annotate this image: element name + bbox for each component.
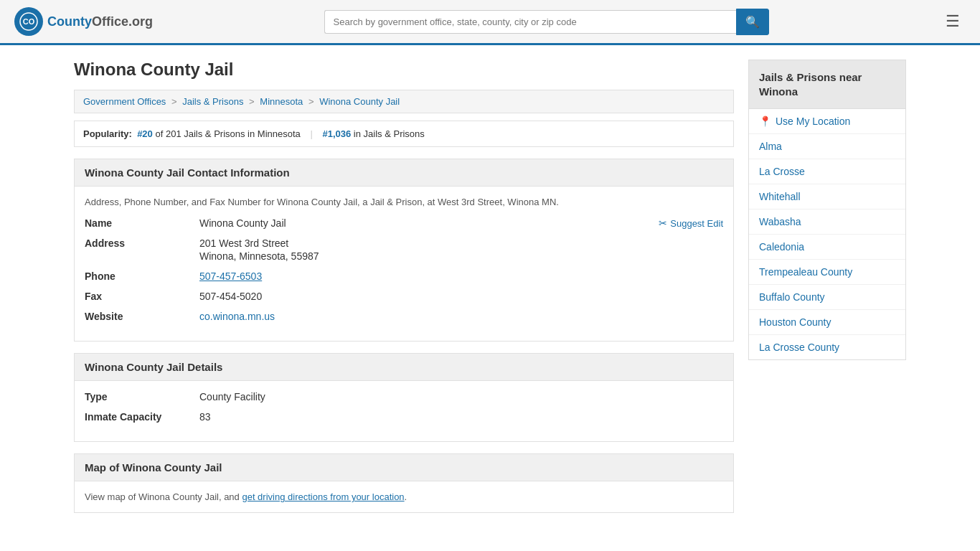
- popularity-national-rank: #1,036: [322, 128, 351, 139]
- name-row: Name Winona County Jail ✂ Suggest Edit: [85, 217, 723, 229]
- logo-text: CountyOffice.org: [47, 14, 153, 29]
- popularity-bar: Popularity: #20 of 201 Jails & Prisons i…: [74, 121, 734, 147]
- page-title: Winona County Jail: [74, 60, 734, 80]
- sidebar-item-lacrosse: La Crosse: [749, 159, 905, 184]
- logo-county: County: [47, 14, 92, 29]
- sidebar-link-houston[interactable]: Houston County: [759, 316, 831, 328]
- fax-label: Fax: [85, 291, 199, 302]
- popularity-separator: |: [310, 128, 312, 139]
- sidebar-location-item: 📍 Use My Location: [749, 109, 905, 134]
- sidebar-link-lacrosse-county[interactable]: La Crosse County: [759, 342, 839, 353]
- phone-row: Phone 507-457-6503: [85, 270, 723, 282]
- sidebar-item-whitehall: Whitehall: [749, 184, 905, 209]
- fax-value: 507-454-5020: [199, 291, 262, 302]
- type-value: County Facility: [199, 391, 265, 402]
- popularity-label: Popularity:: [83, 128, 132, 139]
- map-description: View map of Winona County Jail, and get …: [85, 491, 723, 502]
- breadcrumb-link-gov[interactable]: Government Offices: [83, 96, 166, 107]
- sidebar-link-whitehall[interactable]: Whitehall: [759, 191, 801, 202]
- website-label: Website: [85, 311, 199, 322]
- map-section: View map of Winona County Jail, and get …: [74, 481, 734, 513]
- logo-area: CO CountyOffice.org: [14, 7, 153, 36]
- sidebar-header: Jails & Prisons near Winona: [748, 60, 906, 109]
- logo-icon: CO: [14, 7, 43, 36]
- map-desc-end: .: [405, 491, 407, 502]
- location-icon: 📍: [759, 116, 771, 127]
- use-my-location-link[interactable]: Use My Location: [776, 116, 850, 127]
- popularity-national-text: in Jails & Prisons: [354, 128, 425, 139]
- address-line2: Winona, Minnesota, 55987: [199, 250, 319, 262]
- website-row: Website co.winona.mn.us: [85, 311, 723, 322]
- sidebar-item-alma: Alma: [749, 134, 905, 159]
- contact-description: Address, Phone Number, and Fax Number fo…: [85, 197, 723, 207]
- phone-label: Phone: [85, 270, 199, 282]
- sidebar-link-lacrosse[interactable]: La Crosse: [759, 166, 805, 177]
- suggest-edit-label: Suggest Edit: [670, 218, 723, 229]
- contact-info-section: Address, Phone Number, and Fax Number fo…: [74, 187, 734, 342]
- main-container: Winona County Jail Government Offices > …: [60, 45, 920, 527]
- sidebar-item-buffalo: Buffalo County: [749, 285, 905, 310]
- name-label: Name: [85, 217, 199, 229]
- breadcrumb-sep-3: >: [308, 96, 316, 107]
- sidebar-link-trempealeau[interactable]: Trempealeau County: [759, 266, 852, 278]
- menu-button[interactable]: ☰: [940, 9, 966, 34]
- contact-section-header: Winona County Jail Contact Information: [74, 159, 734, 187]
- type-label: Type: [85, 391, 199, 402]
- capacity-label: Inmate Capacity: [85, 411, 199, 423]
- capacity-value: 83: [199, 411, 211, 423]
- sidebar-link-wabasha[interactable]: Wabasha: [759, 216, 801, 227]
- type-row: Type County Facility: [85, 391, 723, 402]
- website-value: co.winona.mn.us: [199, 311, 275, 322]
- popularity-of-text: of 201 Jails & Prisons in Minnesota: [155, 128, 300, 139]
- map-section-header: Map of Winona County Jail: [74, 453, 734, 481]
- sidebar-item-trempealeau: Trempealeau County: [749, 260, 905, 285]
- logo-tld: Office.org: [92, 14, 153, 29]
- sidebar-item-lacrosse-county: La Crosse County: [749, 335, 905, 359]
- fax-row: Fax 507-454-5020: [85, 291, 723, 302]
- suggest-icon: ✂: [659, 217, 667, 229]
- header: CO CountyOffice.org 🔍 ☰: [0, 0, 980, 45]
- breadcrumb-link-mn[interactable]: Minnesota: [260, 96, 303, 107]
- search-icon: 🔍: [745, 16, 760, 28]
- popularity-rank: #20: [137, 128, 153, 139]
- sidebar-link-caledonia[interactable]: Caledonia: [759, 241, 804, 253]
- search-area: 🔍: [324, 9, 769, 35]
- sidebar: Jails & Prisons near Winona 📍 Use My Loc…: [748, 60, 906, 513]
- content-area: Winona County Jail Government Offices > …: [74, 60, 734, 513]
- breadcrumb-link-jails[interactable]: Jails & Prisons: [182, 96, 243, 107]
- directions-link[interactable]: get driving directions from your locatio…: [242, 491, 404, 502]
- search-button[interactable]: 🔍: [736, 9, 769, 35]
- sidebar-link-alma[interactable]: Alma: [759, 141, 782, 152]
- sidebar-list: 📍 Use My Location Alma La Crosse Whiteha…: [748, 109, 906, 360]
- sidebar-item-caledonia: Caledonia: [749, 235, 905, 260]
- address-label: Address: [85, 237, 199, 249]
- breadcrumb: Government Offices > Jails & Prisons > M…: [74, 90, 734, 113]
- breadcrumb-sep-2: >: [249, 96, 257, 107]
- phone-value: 507-457-6503: [199, 270, 262, 282]
- sidebar-item-houston: Houston County: [749, 310, 905, 335]
- map-desc-start: View map of Winona County Jail, and: [85, 491, 242, 502]
- breadcrumb-link-jail[interactable]: Winona County Jail: [319, 96, 400, 107]
- name-value-row: Winona County Jail ✂ Suggest Edit: [199, 217, 723, 229]
- details-info-section: Type County Facility Inmate Capacity 83: [74, 381, 734, 442]
- search-input[interactable]: [324, 10, 736, 34]
- sidebar-link-buffalo[interactable]: Buffalo County: [759, 291, 825, 303]
- capacity-row: Inmate Capacity 83: [85, 411, 723, 423]
- sidebar-item-wabasha: Wabasha: [749, 209, 905, 235]
- details-section-header: Winona County Jail Details: [74, 353, 734, 381]
- name-value: Winona County Jail: [199, 217, 286, 229]
- suggest-edit-link[interactable]: ✂ Suggest Edit: [659, 217, 723, 229]
- menu-icon: ☰: [946, 12, 960, 30]
- address-value: 201 West 3rd Street Winona, Minnesota, 5…: [199, 237, 319, 262]
- phone-link[interactable]: 507-457-6503: [199, 270, 262, 282]
- address-line1: 201 West 3rd Street: [199, 237, 319, 249]
- website-link[interactable]: co.winona.mn.us: [199, 311, 275, 322]
- svg-text:CO: CO: [23, 17, 35, 26]
- address-row: Address 201 West 3rd Street Winona, Minn…: [85, 237, 723, 262]
- breadcrumb-sep-1: >: [171, 96, 179, 107]
